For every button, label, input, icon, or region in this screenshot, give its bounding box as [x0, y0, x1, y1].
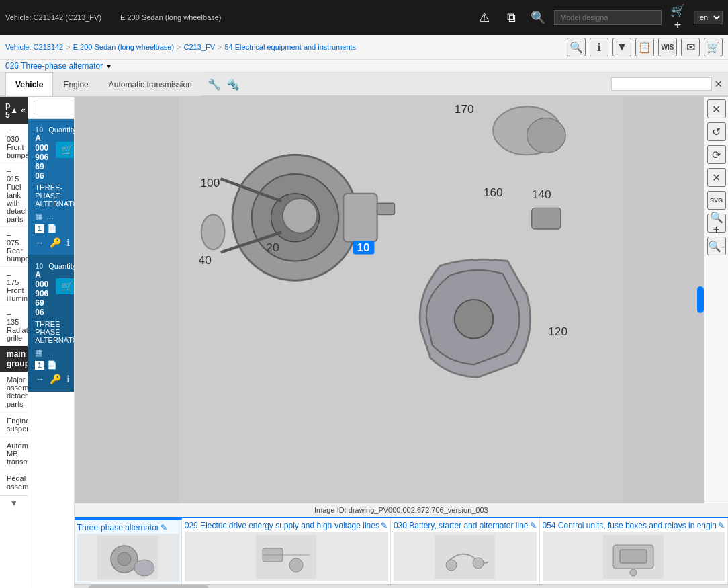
part-0-key-icon[interactable]: 🔑	[50, 237, 61, 248]
sidebar-item-030[interactable]: – 030 Front bumper	[0, 124, 28, 163]
sidebar-item-075[interactable]: – 075 Rear bumper	[0, 227, 28, 267]
tab-bar: Vehicle Engine Automatic transmission 🔧 …	[0, 73, 728, 97]
filter-icon[interactable]: ▼	[612, 38, 631, 56]
tab-engine[interactable]: Engine	[53, 72, 98, 96]
zoom-in-icon[interactable]: 🔍	[567, 38, 586, 56]
thumbnail-2[interactable]: 030 Battery, starter and alternator line…	[391, 518, 540, 584]
clipboard-icon[interactable]: 📋	[635, 38, 654, 56]
part-1-info-icon[interactable]: ℹ	[66, 374, 70, 384]
sidebar-main-item-auto-mb[interactable]: Automatic MB transmission	[0, 437, 28, 470]
svg-point-33	[446, 560, 457, 571]
tab-search: ✕	[611, 77, 723, 91]
part-0-doc-row: 1 📄	[35, 224, 67, 233]
svg-rect-32	[435, 535, 495, 579]
svg-point-2	[527, 118, 565, 153]
part-0-table-dots: …	[46, 212, 54, 220]
thumbnails-bar: Three-phase alternator ✎ 029 Electric dr…	[75, 517, 728, 584]
sidebar-main-item-pedal[interactable]: Pedal assembly	[0, 470, 28, 495]
part-0-info-icon[interactable]: ℹ	[66, 237, 70, 248]
thumbnail-3[interactable]: 054 Control units, fuse boxes and relays…	[540, 518, 729, 584]
part-1-right: Quantity: 1 🛒	[48, 262, 74, 294]
part-1-code: A 000 906 69 06	[35, 270, 48, 317]
sidebar-item-015[interactable]: – 015 Fuel tank with detachable parts	[0, 163, 28, 227]
part-1-doc-icon[interactable]: 📄	[47, 360, 57, 370]
parts-list-header: ≡ ⤢ ⊡	[28, 97, 74, 119]
image-area: 170 160 140	[75, 97, 728, 503]
dropdown-arrow-icon[interactable]: ▼	[105, 62, 112, 70]
sidebar-scroll-down[interactable]: ▼	[0, 495, 28, 511]
part-0-sync-icon[interactable]: ↔	[35, 237, 44, 248]
part-0-table-icon[interactable]: ▦	[35, 212, 42, 221]
sub-breadcrumb-link[interactable]: 026 Three-phase alternator	[5, 61, 103, 71]
parts-list-search-input[interactable]	[34, 101, 75, 114]
cross-icon[interactable]: ✕	[707, 168, 726, 187]
thumbnail-1-edit-icon[interactable]: ✎	[381, 521, 388, 530]
model-search-input[interactable]	[554, 10, 662, 25]
sidebar-header: p 5 ▲ «	[0, 97, 28, 124]
part-1-actions: ↔ 🔑 ℹ 📄	[35, 374, 67, 384]
svg-point-7	[282, 198, 317, 233]
svg-rect-12	[377, 203, 394, 214]
sidebar-main-item-engine-suspension[interactable]: Engine suspension	[0, 413, 28, 437]
language-select[interactable]: en	[694, 11, 723, 24]
part-card-0: 10 A 000 906 69 06 Quantity: 1 🛒 THREE-P…	[28, 119, 74, 255]
svg-point-10	[201, 214, 225, 249]
part-1-sync-icon[interactable]: ↔	[35, 374, 44, 384]
svg-icon[interactable]: SVG	[707, 191, 726, 210]
tab-automatic-transmission[interactable]: Automatic transmission	[99, 72, 202, 96]
part-0-doc-icon[interactable]: 📄	[47, 224, 57, 233]
part-0-name: THREE-PHASE ALTERNATOR	[35, 183, 67, 208]
part-1-table-icon[interactable]: ▦	[35, 348, 42, 358]
sidebar-item-175[interactable]: – 175 Front illumination	[0, 267, 28, 306]
part-card-0-header: 10 A 000 906 69 06 Quantity: 1 🛒	[35, 126, 67, 181]
info-icon[interactable]: ℹ	[590, 38, 608, 56]
collapse-icon[interactable]: ▲	[10, 106, 18, 115]
breadcrumb-home[interactable]: Vehicle: C213142	[5, 43, 63, 51]
zoom-in-tool-icon[interactable]: 🔍+	[707, 214, 726, 233]
thumbnail-2-edit-icon[interactable]: ✎	[530, 521, 537, 530]
breadcrumb-model[interactable]: C213_FV	[184, 43, 215, 51]
part-1-cart-button[interactable]: 🛒	[56, 278, 74, 294]
vehicle-id: Vehicle: C213142 (C213_FV)	[5, 13, 101, 22]
thumbnail-0-edit-icon[interactable]: ✎	[161, 523, 167, 532]
thumbnail-1-img	[185, 532, 388, 581]
parts-search-input[interactable]	[611, 77, 712, 91]
image-drag-handle[interactable]	[697, 286, 704, 313]
sidebar-main-groups-header: main groups	[0, 346, 28, 372]
part-0-cart-button[interactable]: 🛒	[56, 142, 74, 158]
copy-icon[interactable]: ⧉	[500, 7, 522, 28]
scroll-thumb[interactable]	[88, 585, 209, 588]
warning-icon[interactable]: ⚠	[473, 7, 495, 28]
cart-icon[interactable]: 🛒	[704, 38, 723, 56]
thumbnail-1[interactable]: 029 Electric drive energy supply and hig…	[182, 518, 391, 584]
sidebar-collapse-icons[interactable]: ▲ «	[10, 106, 26, 115]
svg-text:140: 140	[532, 187, 551, 201]
part-0-actions: ↔ 🔑 ℹ 📄	[35, 237, 67, 248]
parts-search-icon[interactable]: ✕	[715, 79, 723, 89]
collapse-double-icon[interactable]: «	[21, 106, 26, 115]
svg-rect-11	[343, 194, 377, 242]
bolt-icon[interactable]: 🔩	[226, 78, 240, 91]
part-1-key-icon[interactable]: 🔑	[50, 374, 61, 384]
cart-add-icon[interactable]: 🛒+	[667, 7, 688, 28]
rotate-ccw-icon[interactable]: ↺	[707, 122, 726, 141]
breadcrumb-bar: Vehicle: C213142 > E 200 Sedan (long whe…	[0, 35, 728, 60]
part-0-pos: 10	[35, 126, 48, 134]
breadcrumb-category[interactable]: 54 Electrical equipment and instruments	[224, 43, 356, 51]
sidebar-main-item-major-assembly[interactable]: Major assembly detachable parts	[0, 372, 28, 413]
svg-text:160: 160	[484, 185, 503, 199]
thumbnail-3-edit-icon[interactable]: ✎	[718, 521, 725, 530]
email-icon[interactable]: ✉	[681, 38, 700, 56]
rotate-cw-icon[interactable]: ⟳	[707, 145, 726, 164]
thumbnail-0[interactable]: Three-phase alternator ✎	[75, 518, 182, 584]
tab-vehicle[interactable]: Vehicle	[5, 72, 53, 96]
breadcrumb-vehicle[interactable]: E 200 Sedan (long wheelbase)	[73, 43, 174, 51]
zoom-out-tool-icon[interactable]: 🔍-	[707, 237, 726, 255]
sidebar-item-135[interactable]: – 135 Radiator grille	[0, 306, 28, 346]
parts-diagram-svg: 170 160 140	[75, 97, 728, 503]
part-1-name: THREE-PHASE ALTERNATOR	[35, 320, 67, 344]
close-tool-icon[interactable]: ✕	[707, 99, 726, 118]
wis-icon[interactable]: WIS	[658, 38, 677, 56]
search-icon[interactable]: 🔍	[527, 7, 549, 28]
wrench-icon[interactable]: 🔧	[208, 78, 221, 91]
